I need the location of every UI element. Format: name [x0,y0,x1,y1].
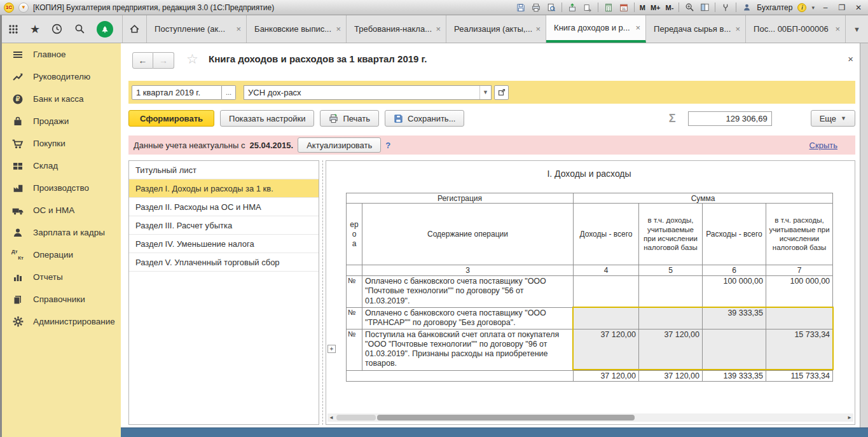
show-settings-button[interactable]: Показать настройки [220,110,314,127]
scrollbar-thumb[interactable] [377,415,635,420]
user-name[interactable]: Бухгалтер [757,3,792,12]
sidebar-item-spravochniki[interactable]: Справочники [0,288,121,310]
forward-button[interactable]: → [153,52,174,69]
sidebar-item-proizvodstvo[interactable]: Производство [0,177,121,199]
table-row[interactable]: № Оплачено с банковского счета поставщик… [347,308,833,329]
save-icon[interactable] [516,3,526,13]
scroll-left-icon[interactable]: ◄ [327,413,335,422]
section-3[interactable]: Раздел III. Расчет убытка [129,216,319,235]
calculator-icon[interactable] [603,3,614,13]
tab-bankovskie[interactable]: Банковские выпис...× [247,15,347,43]
sidebar-item-zarplata[interactable]: Зарплата и кадры [0,221,121,244]
combo-dropdown-icon[interactable]: ▼ [479,86,491,99]
split-view-icon[interactable] [699,3,710,13]
tabs-overflow-icon[interactable]: ▼ [846,15,868,43]
back-button[interactable]: ← [132,52,153,69]
grid-boxes-icon [11,160,24,172]
page-close-icon[interactable]: × [848,53,853,64]
tab-close-icon[interactable]: × [436,24,441,34]
search-icon[interactable] [74,23,86,35]
info-icon[interactable]: i [797,3,806,12]
tab-close-icon[interactable]: × [736,24,741,34]
sidebar-item-operatsii[interactable]: ДтКтОперации [0,244,121,266]
svg-text:31: 31 [622,6,626,10]
section-1[interactable]: Раздел I. Доходы и расходы за 1 кв. [129,179,319,198]
restore-button[interactable]: ❐ [836,3,848,12]
memory-plus-button[interactable]: M+ [651,4,661,11]
panel-splitter[interactable] [322,160,323,425]
service-settings-icon[interactable] [720,3,731,13]
sidebar-item-rukovoditelyu[interactable]: Руководителю [0,66,121,88]
section-title-page[interactable]: Титульный лист [129,161,319,179]
system-menu-icon[interactable]: ▼ [18,3,29,13]
vertical-scrollbar[interactable] [860,43,868,427]
help-icon[interactable]: ? [385,141,390,150]
table-row[interactable]: № Поступила на банковский счет оплата от… [347,329,833,370]
history-icon[interactable] [51,23,63,35]
sidebar-item-bank-kassa[interactable]: ₽Банк и касса [0,88,121,110]
print-icon[interactable] [531,3,541,13]
col-operation: Содержание операции [362,204,574,265]
open-form-button[interactable] [494,85,509,100]
section-4[interactable]: Раздел IV. Уменьшение налога [129,235,319,253]
hide-link[interactable]: Скрыть [809,141,837,150]
tab-close-icon[interactable]: × [636,23,641,32]
period-input[interactable]: 1 квартал 2019 г. [132,85,222,100]
sidebar-item-glavnoe[interactable]: Главное [0,43,121,66]
sidebar-item-administrirovanie[interactable]: Администрирование [0,310,121,333]
send-icon[interactable] [567,3,577,13]
menu-grid-icon[interactable] [8,24,19,35]
more-button[interactable]: Еще ▼ [811,110,855,127]
tab-close-icon[interactable]: × [237,24,242,34]
tab-close-icon[interactable]: × [836,24,841,34]
document-send-icon[interactable] [582,3,593,13]
tab-bar: ★ Поступление (ак...× Банковские выпис..… [0,15,868,43]
factory-icon [11,182,24,195]
sidebar-item-pokupki[interactable]: Покупки [0,132,121,155]
column-numbers-row: 3 4 5 6 7 [347,265,833,276]
calendar-icon[interactable]: 31 [619,3,629,13]
menu-lines-icon [11,48,24,61]
col-expense-total: Расходы - всего [703,204,766,265]
info-chevron-icon[interactable]: ▾ [811,4,815,11]
organization-select[interactable]: УСН дох-расх ▼ [244,85,492,100]
favorite-star-icon[interactable]: ☆ [186,52,198,66]
horizontal-scrollbar[interactable]: ◄ ► [327,413,853,422]
tab-close-icon[interactable]: × [336,24,341,34]
close-window-button[interactable]: ✕ [853,3,864,12]
section-5[interactable]: Раздел V. Уплаченный торговый сбор [129,253,319,272]
home-button[interactable] [122,15,147,43]
tab-close-icon[interactable]: × [536,24,541,34]
favorites-icon[interactable]: ★ [30,24,40,35]
print-button[interactable]: Печать [320,110,379,127]
zoom-icon[interactable] [684,3,694,13]
sidebar-item-sklad[interactable]: Склад [0,155,121,177]
generate-button[interactable]: Сформировать [128,110,214,127]
save-report-button[interactable]: Сохранить... [385,110,464,127]
tab-postuplenie-2[interactable]: Пос... 00БП-000006× [746,15,846,43]
scroll-right-icon[interactable]: ► [846,413,853,422]
tab-peredacha-syrya[interactable]: Передача сырья в...× [646,15,746,43]
row-group-expander[interactable]: + [327,345,336,353]
period-choose-button[interactable]: ... [222,85,236,100]
preview-icon[interactable] [546,3,556,13]
tab-kniga-dohodov[interactable]: Книга доходов и р...× [546,15,646,43]
sum-total-field[interactable]: 129 306,69 [688,111,772,126]
window-left-edge [0,15,2,437]
titlebar-separator [598,3,598,12]
back-arrow-icon: ← [139,55,148,66]
ruble-circle-icon: ₽ [11,93,24,106]
discussions-icon[interactable] [97,21,113,38]
sidebar-item-os-nma[interactable]: ОС и НМА [0,199,121,221]
table-row[interactable]: № Оплачено с банковского счета поставщик… [347,276,833,308]
actualize-button[interactable]: Актуализировать [298,137,381,153]
minimize-button[interactable]: – [820,3,831,12]
tab-realizatsiya[interactable]: Реализация (акты,...× [446,15,546,43]
memory-minus-button[interactable]: M- [666,4,674,11]
tab-trebovaniya[interactable]: Требования-накла...× [347,15,446,43]
tab-postuplenie[interactable]: Поступление (ак...× [147,15,247,43]
memory-button[interactable]: M [640,4,645,11]
sidebar-item-prodazhi[interactable]: Продажи [0,110,121,132]
sidebar-item-otchety[interactable]: Отчеты [0,266,121,288]
section-2[interactable]: Раздел II. Расходы на ОС и НМА [129,198,319,216]
